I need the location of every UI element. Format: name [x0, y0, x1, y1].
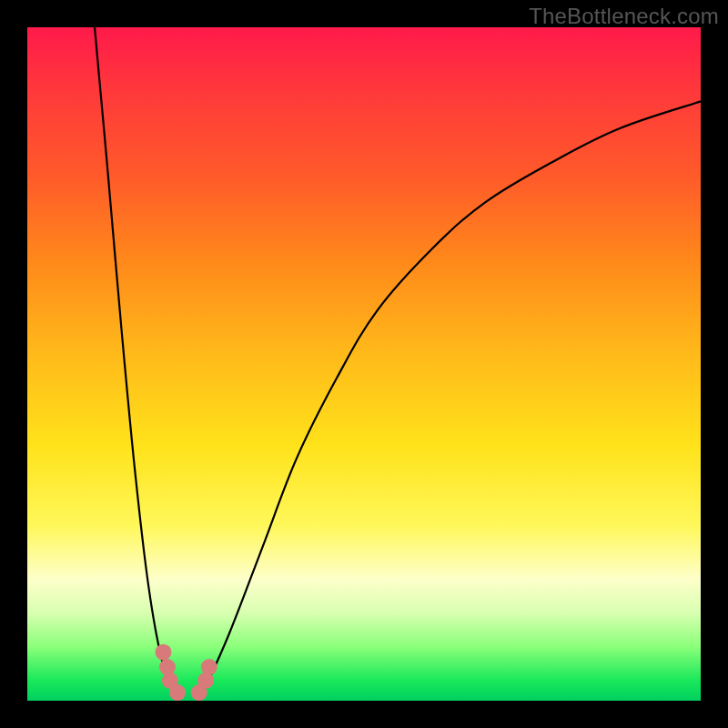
curve-layer — [27, 27, 701, 701]
data-marker — [201, 659, 217, 675]
data-marker — [159, 659, 176, 675]
plot-area — [27, 27, 701, 701]
chart-frame: TheBottleneck.com — [0, 0, 728, 728]
data-marker — [169, 684, 186, 701]
curve-left-branch — [95, 27, 176, 694]
markers-group — [155, 644, 217, 701]
watermark-text: TheBottleneck.com — [529, 4, 719, 29]
curves-group — [95, 27, 701, 694]
curve-right-branch — [202, 101, 701, 693]
data-marker — [155, 644, 171, 661]
